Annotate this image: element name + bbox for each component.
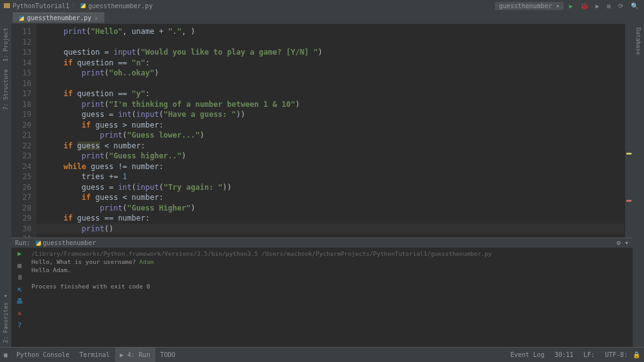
status-bar: ▣ Python Console Terminal ▶ 4: Run TODO … — [0, 347, 644, 362]
tab-label: guessthenumber.py — [27, 14, 91, 21]
window-icon[interactable]: ▣ — [4, 351, 8, 358]
update-icon[interactable]: ⟳ — [618, 3, 623, 9]
cursor-position[interactable]: 30:11 — [550, 348, 579, 362]
run-config-selector[interactable]: guessthenumber ▾ — [495, 2, 563, 10]
tool-database[interactable]: Database — [634, 24, 643, 58]
debug-icon[interactable]: 🐞 — [580, 3, 588, 9]
stop-icon[interactable]: ■ — [18, 261, 22, 270]
folder-icon — [4, 3, 10, 8]
pause-icon[interactable]: ⏸ — [16, 273, 23, 282]
bottom-left-tools: ★ 2: Favorites — [0, 292, 11, 347]
tool-project[interactable]: 1: Project — [1, 24, 10, 65]
sb-todo[interactable]: TODO — [155, 348, 180, 362]
python-file-icon — [80, 3, 86, 8]
editor-tabs: guessthenumber.py × — [0, 11, 644, 24]
help-icon[interactable]: ? — [18, 321, 22, 329]
search-icon[interactable]: 🔍 — [631, 3, 638, 9]
close-icon[interactable]: × — [94, 15, 97, 21]
console-output[interactable]: /Library/Frameworks/Python.framework/Ver… — [28, 248, 633, 347]
toolbar-icons: ▶ 🐞 ▶ ■ ⟳ 🔍 — [567, 3, 640, 9]
project-name[interactable]: PythonTutorial1 — [13, 3, 69, 9]
rerun-icon[interactable]: ▶ — [18, 250, 22, 258]
line-separator[interactable]: LF: — [579, 348, 600, 362]
run-panel: ▶ ■ ⏸ ⇱ 🖶 ✕ ? /Library/Frameworks/Python… — [11, 248, 633, 347]
tool-favorites[interactable]: 2: Favorites — [3, 302, 9, 343]
python-file-icon — [19, 16, 24, 21]
line-gutter: 1112131415161718192021222324252627282930… — [11, 24, 36, 238]
export-icon[interactable]: ⇱ — [18, 285, 22, 293]
sb-event-log[interactable]: Event Log — [506, 348, 550, 362]
star-icon[interactable]: ★ — [4, 292, 7, 299]
stop-icon[interactable]: ■ — [607, 3, 611, 9]
coverage-icon[interactable]: ▶ — [596, 3, 599, 9]
run-controls: ▶ ■ ⏸ ⇱ 🖶 ✕ ? — [11, 248, 28, 347]
python-file-icon — [36, 241, 41, 246]
interpreter-path: /Library/Frameworks/Python.framework/Ver… — [31, 250, 629, 258]
close-icon[interactable]: ✕ — [18, 309, 22, 317]
sb-python-console[interactable]: Python Console — [11, 348, 74, 362]
code-editor[interactable]: 1112131415161718192021222324252627282930… — [11, 24, 633, 238]
right-tool-strip: Database — [633, 24, 644, 347]
tool-structure[interactable]: 7: Structure — [1, 65, 10, 114]
code-area[interactable]: print("Hello", uname + ".", ) question =… — [36, 24, 633, 238]
print-icon[interactable]: 🖶 — [16, 297, 23, 305]
sb-run[interactable]: ▶ 4: Run — [115, 348, 155, 362]
run-label: Run: — [15, 239, 30, 246]
tab-guessthenumber[interactable]: guessthenumber.py × — [13, 13, 104, 23]
sb-terminal[interactable]: Terminal — [74, 348, 114, 362]
lock-icon[interactable]: 🔒 — [633, 351, 640, 358]
title-bar: PythonTutorial1 〉 guessthenumber.py gues… — [0, 0, 644, 11]
run-icon[interactable]: ▶ — [569, 3, 573, 9]
file-encoding[interactable]: UTF-8: — [600, 348, 633, 362]
file-name[interactable]: guessthenumber.py — [88, 3, 152, 9]
